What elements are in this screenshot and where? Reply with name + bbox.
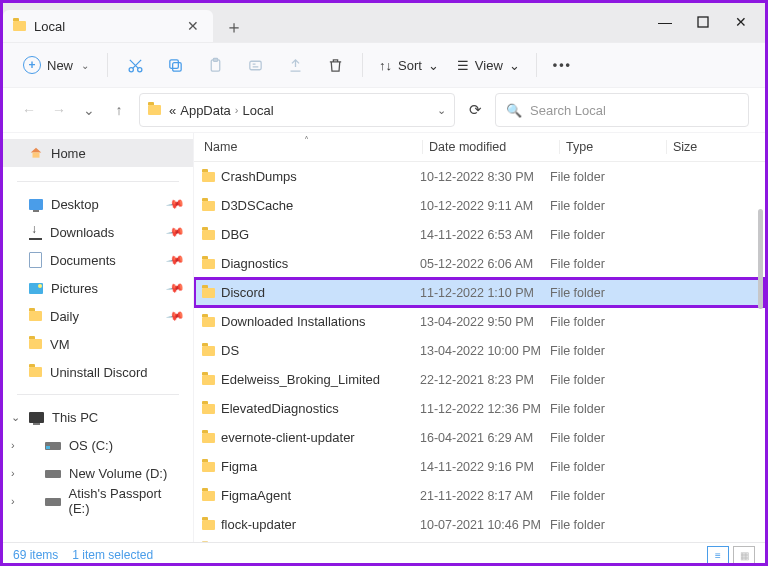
table-row[interactable]: Figma 14-11-2022 9:16 PM File folder <box>194 452 765 481</box>
chevron-right-icon[interactable]: › <box>11 495 15 507</box>
details-view-button[interactable]: ≡ <box>707 546 729 564</box>
table-row[interactable]: evernote-client-updater 16-04-2021 6:29 … <box>194 423 765 452</box>
new-button[interactable]: + New ⌄ <box>15 52 97 78</box>
file-date: 13-04-2022 9:50 PM <box>420 315 550 329</box>
view-icon: ☰ <box>457 58 469 73</box>
rename-button[interactable] <box>238 48 272 82</box>
breadcrumb-item[interactable]: AppData <box>180 103 231 118</box>
sidebar-item[interactable]: VM <box>3 330 193 358</box>
table-row[interactable]: D3DSCache 10-12-2022 9:11 AM File folder <box>194 191 765 220</box>
more-button[interactable]: ••• <box>547 58 578 72</box>
chevron-down-icon[interactable]: ⌄ <box>11 411 20 424</box>
home-icon <box>29 146 43 160</box>
file-date: 14-11-2022 9:16 PM <box>420 460 550 474</box>
table-row[interactable]: CrashDumps 10-12-2022 8:30 PM File folde… <box>194 162 765 191</box>
sidebar-item[interactable]: Downloads 📌 <box>3 218 193 246</box>
cut-button[interactable] <box>118 48 152 82</box>
sidebar-item[interactable]: Uninstall Discord <box>3 358 193 386</box>
chevron-down-icon: ⌄ <box>509 58 520 73</box>
chevron-right-icon[interactable]: › <box>11 467 15 479</box>
sort-button[interactable]: ↑↓ Sort ⌄ <box>373 54 445 77</box>
chevron-right-icon[interactable]: › <box>11 439 15 451</box>
breadcrumb-overflow[interactable]: « <box>169 103 176 118</box>
table-row[interactable]: DBG 14-11-2022 6:53 AM File folder <box>194 220 765 249</box>
column-type[interactable]: Type <box>559 140 666 154</box>
table-row[interactable]: freeyourmusic-updater 03-08-2021 5:58 AM… <box>194 539 765 542</box>
breadcrumb-item[interactable]: Local <box>243 103 274 118</box>
table-row[interactable]: Diagnostics 05-12-2022 6:06 AM File fold… <box>194 249 765 278</box>
folder-icon <box>202 230 215 240</box>
file-name: Downloaded Installations <box>221 314 366 329</box>
separator <box>17 181 179 182</box>
view-label: View <box>475 58 503 73</box>
copy-button[interactable] <box>158 48 192 82</box>
file-date: 16-04-2021 6:29 AM <box>420 431 550 445</box>
sidebar-item-label: Atish's Passport (E:) <box>69 486 183 516</box>
table-row[interactable]: DS 13-04-2022 10:00 PM File folder <box>194 336 765 365</box>
sidebar-item-home[interactable]: Home <box>3 139 193 167</box>
table-row[interactable]: Discord 11-12-2022 1:10 PM File folder <box>194 278 765 307</box>
separator <box>362 53 363 77</box>
file-type: File folder <box>550 286 650 300</box>
folder-icon <box>202 317 215 327</box>
sidebar-item-drive[interactable]: › Atish's Passport (E:) <box>3 487 193 515</box>
sidebar-item[interactable]: Documents 📌 <box>3 246 193 274</box>
column-headers: ˄ Name Date modified Type Size <box>194 133 765 162</box>
file-name: DS <box>221 343 239 358</box>
tab-local[interactable]: Local ✕ <box>3 10 213 42</box>
table-row[interactable]: FigmaAgent 21-11-2022 8:17 AM File folde… <box>194 481 765 510</box>
scrollbar-thumb[interactable] <box>758 209 763 309</box>
address-bar[interactable]: « AppData › Local ⌄ <box>139 93 455 127</box>
recent-locations-button[interactable]: ⌄ <box>79 102 99 118</box>
thumbnails-view-button[interactable]: ▦ <box>733 546 755 564</box>
refresh-button[interactable]: ⟳ <box>465 101 485 119</box>
minimize-button[interactable]: — <box>647 8 683 36</box>
folder-icon <box>13 21 26 31</box>
sidebar-item-drive[interactable]: › OS (C:) <box>3 431 193 459</box>
file-type: File folder <box>550 344 650 358</box>
sidebar-item-thispc[interactable]: ⌄ This PC <box>3 403 193 431</box>
table-row[interactable]: ElevatedDiagnostics 11-12-2022 12:36 PM … <box>194 394 765 423</box>
tab-close-button[interactable]: ✕ <box>183 16 203 36</box>
table-row[interactable]: Edelweiss_Broking_Limited 22-12-2021 8:2… <box>194 365 765 394</box>
sidebar-item-label: Documents <box>50 253 116 268</box>
new-tab-button[interactable]: ＋ <box>219 12 249 42</box>
chevron-down-icon: ⌄ <box>428 58 439 73</box>
file-type: File folder <box>550 199 650 213</box>
maximize-button[interactable] <box>685 8 721 36</box>
history-dropdown-button[interactable]: ⌄ <box>437 104 446 117</box>
up-button[interactable]: ↑ <box>109 102 129 118</box>
drive-icon <box>45 470 61 478</box>
table-row[interactable]: Downloaded Installations 13-04-2022 9:50… <box>194 307 765 336</box>
search-input[interactable]: 🔍 Search Local <box>495 93 749 127</box>
sidebar-item-label: VM <box>50 337 70 352</box>
sidebar-item-label: New Volume (D:) <box>69 466 167 481</box>
folder-icon <box>202 259 215 269</box>
drive-icon <box>45 442 61 450</box>
file-name: Edelweiss_Broking_Limited <box>221 372 380 387</box>
svg-rect-3 <box>172 62 181 70</box>
file-name: D3DSCache <box>221 198 293 213</box>
column-name[interactable]: Name <box>200 140 422 154</box>
sidebar-item[interactable]: Pictures 📌 <box>3 274 193 302</box>
column-date[interactable]: Date modified <box>422 140 559 154</box>
sidebar-item[interactable]: Daily 📌 <box>3 302 193 330</box>
column-size[interactable]: Size <box>666 140 733 154</box>
paste-button[interactable] <box>198 48 232 82</box>
share-button[interactable] <box>278 48 312 82</box>
file-type: File folder <box>550 315 650 329</box>
new-label: New <box>47 58 73 73</box>
close-window-button[interactable]: ✕ <box>723 8 759 36</box>
table-row[interactable]: flock-updater 10-07-2021 10:46 PM File f… <box>194 510 765 539</box>
separator <box>17 394 179 395</box>
svg-rect-8 <box>33 152 40 157</box>
view-button[interactable]: ☰ View ⌄ <box>451 54 526 77</box>
sidebar-item-drive[interactable]: › New Volume (D:) <box>3 459 193 487</box>
sidebar-item-label: Desktop <box>51 197 99 212</box>
back-button[interactable]: ← <box>19 102 39 118</box>
chevron-right-icon: › <box>235 104 239 116</box>
forward-button[interactable]: → <box>49 102 69 118</box>
sidebar-item[interactable]: Desktop 📌 <box>3 190 193 218</box>
file-name: Discord <box>221 285 265 300</box>
delete-button[interactable] <box>318 48 352 82</box>
